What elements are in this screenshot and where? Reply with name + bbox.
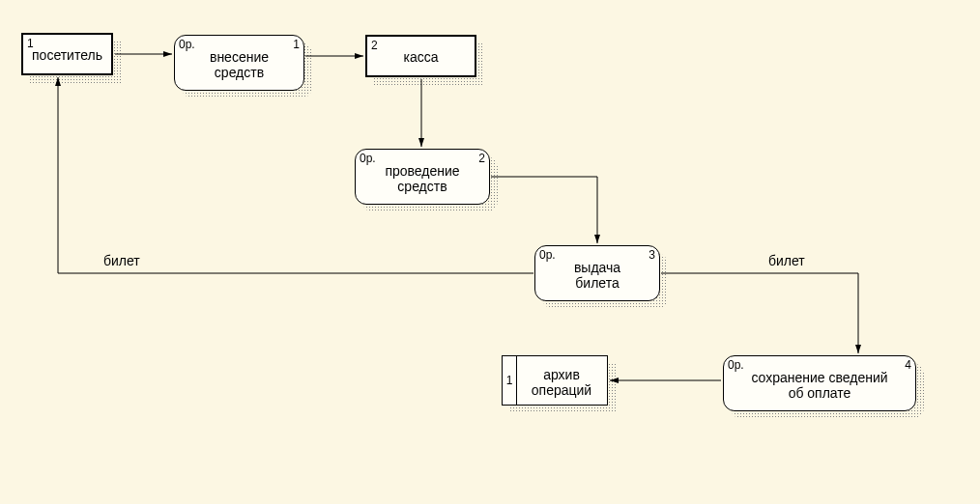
edge-label-ticket-right: билет <box>768 253 805 268</box>
node-label: внесение средств <box>175 49 303 80</box>
node-label: посетитель <box>23 47 111 63</box>
node-issue[interactable]: 0р. 3 выдача билета <box>534 245 660 301</box>
edge-conduct-issue <box>491 177 597 243</box>
node-save[interactable]: 0р. 4 сохранение сведений об оплате <box>723 355 916 411</box>
node-label: проведение средств <box>356 163 489 194</box>
node-kassa[interactable]: 2 касса <box>365 35 476 77</box>
node-label: касса <box>367 49 475 65</box>
node-label: выдача билета <box>535 260 659 291</box>
node-archive[interactable]: 1 архив операций <box>502 355 608 406</box>
arrows-layer <box>0 0 980 504</box>
node-conduct[interactable]: 0р. 2 проведение средств <box>355 149 490 205</box>
store-id: 1 <box>503 356 517 405</box>
node-visitor[interactable]: 1 посетитель <box>21 33 113 75</box>
edge-issue-save <box>661 273 858 353</box>
node-label: архив операций <box>516 367 607 398</box>
node-deposit[interactable]: 0р. 1 внесение средств <box>174 35 304 91</box>
node-label: сохранение сведений об оплате <box>724 370 915 401</box>
edge-label-ticket-left: билет <box>103 253 140 268</box>
